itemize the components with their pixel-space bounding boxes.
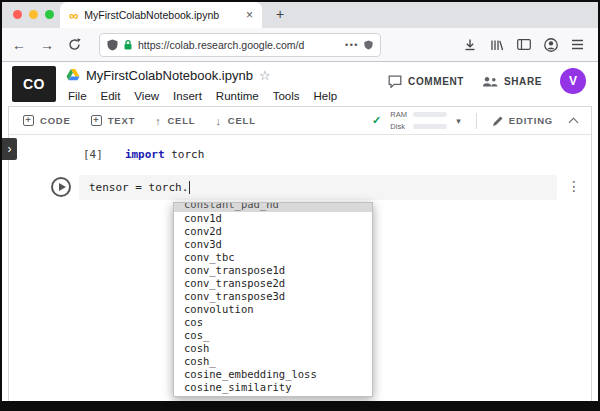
header-actions: COMMENT SHARE V bbox=[388, 68, 586, 94]
library-icon[interactable] bbox=[490, 39, 504, 51]
add-text-button[interactable]: + TEXT bbox=[91, 115, 135, 126]
notebook-title-row: MyFirstColabNotebook.ipynb ☆ bbox=[66, 66, 271, 84]
browser-tab[interactable]: ∞ MyFirstColabNotebook.ipynb × bbox=[60, 2, 262, 28]
pencil-icon bbox=[492, 115, 503, 127]
cell-down-button[interactable]: ↓ CELL bbox=[215, 115, 255, 127]
close-tab-icon[interactable]: × bbox=[246, 8, 253, 22]
notebook-panel: + CODE + TEXT ↑ CELL ↓ CELL ✓ RAM bbox=[8, 106, 592, 402]
menu-item-insert[interactable]: Insert bbox=[166, 88, 209, 104]
add-text-icon: + bbox=[91, 115, 102, 126]
autocomplete-item[interactable]: conv2d bbox=[174, 225, 372, 238]
menu-item-help[interactable]: Help bbox=[307, 88, 345, 104]
notebook-toolbar: + CODE + TEXT ↑ CELL ↓ CELL ✓ RAM bbox=[9, 107, 591, 135]
menu-item-tools[interactable]: Tools bbox=[266, 88, 307, 104]
cell-up-button[interactable]: ↑ CELL bbox=[155, 115, 195, 127]
comment-label: COMMENT bbox=[408, 76, 464, 87]
url-bar[interactable]: https://colab.research.google.com/d ••• bbox=[99, 33, 381, 57]
code-keyword: import bbox=[125, 148, 165, 161]
add-code-button[interactable]: + CODE bbox=[23, 115, 71, 126]
notebook-title[interactable]: MyFirstColabNotebook.ipynb bbox=[86, 68, 253, 83]
autocomplete-item-clipped[interactable]: constant_pad_nd bbox=[174, 203, 372, 212]
share-icon bbox=[482, 76, 498, 87]
add-text-label: TEXT bbox=[108, 115, 135, 126]
disk-meter-row: Disk bbox=[390, 122, 447, 131]
url-text[interactable]: https://colab.research.google.com/d bbox=[138, 39, 340, 51]
autocomplete-item[interactable]: conv_transpose2d bbox=[174, 277, 372, 290]
code-cell-1[interactable]: [4] import torch bbox=[83, 148, 204, 161]
disk-label: Disk bbox=[390, 122, 408, 131]
disk-usage-bar bbox=[413, 124, 447, 129]
avatar[interactable]: V bbox=[560, 68, 586, 94]
lock-icon[interactable] bbox=[123, 39, 133, 51]
account-icon[interactable] bbox=[544, 38, 558, 52]
menu-bar: File Edit View Insert Runtime Tools Help bbox=[61, 88, 344, 104]
colab-favicon-icon: ∞ bbox=[69, 9, 78, 22]
ram-meter-row: RAM bbox=[390, 110, 447, 119]
autocomplete-item[interactable]: conv_transpose1d bbox=[174, 264, 372, 277]
back-icon[interactable]: ← bbox=[12, 38, 26, 52]
autocomplete-item[interactable]: conv3d bbox=[174, 238, 372, 251]
add-code-label: CODE bbox=[40, 115, 71, 126]
comment-button[interactable]: COMMENT bbox=[388, 75, 464, 88]
tab-title: MyFirstColabNotebook.ipynb bbox=[84, 9, 240, 21]
downloads-icon[interactable] bbox=[463, 38, 477, 51]
autocomplete-item[interactable]: cosine_embedding_loss bbox=[174, 368, 372, 381]
collapse-header-icon[interactable] bbox=[569, 117, 579, 127]
colab-logo[interactable]: CO bbox=[12, 66, 56, 102]
cell-options-icon[interactable]: ⋮ bbox=[567, 178, 581, 194]
code-cell-2[interactable]: tensor = torch. bbox=[79, 175, 557, 200]
zoom-window-button[interactable] bbox=[45, 10, 54, 19]
autocomplete-item[interactable]: conv_tbc bbox=[174, 251, 372, 264]
share-label: SHARE bbox=[504, 76, 542, 87]
run-cell-button[interactable] bbox=[51, 177, 71, 197]
minimize-window-button[interactable] bbox=[29, 10, 38, 19]
tab-bar: ∞ MyFirstColabNotebook.ipynb × + bbox=[2, 2, 598, 28]
menu-item-edit[interactable]: Edit bbox=[94, 88, 128, 104]
new-tab-button[interactable]: + bbox=[276, 6, 284, 22]
menu-item-file[interactable]: File bbox=[61, 88, 94, 104]
autocomplete-item[interactable]: cos_ bbox=[174, 329, 372, 342]
add-code-icon: + bbox=[23, 115, 34, 126]
cell-down-label: CELL bbox=[228, 115, 256, 126]
autocomplete-item[interactable]: cosh_ bbox=[174, 355, 372, 368]
navbar-right-icons bbox=[463, 38, 588, 52]
arrow-down-icon: ↓ bbox=[215, 115, 221, 127]
ram-label: RAM bbox=[390, 110, 408, 119]
cell-up-label: CELL bbox=[167, 115, 195, 126]
editing-mode-button[interactable]: EDITING bbox=[492, 115, 553, 127]
execution-count: [4] bbox=[83, 148, 103, 161]
browser-navbar: ← → https://colab.research.google.com/d … bbox=[2, 28, 598, 62]
menu-item-runtime[interactable]: Runtime bbox=[209, 88, 266, 104]
browser-window: ∞ MyFirstColabNotebook.ipynb × + ← → htt… bbox=[0, 0, 600, 411]
window-bottom-edge bbox=[2, 401, 598, 409]
reload-icon[interactable] bbox=[68, 38, 81, 51]
star-icon[interactable]: ☆ bbox=[259, 68, 271, 83]
autocomplete-item[interactable]: conv_transpose3d bbox=[174, 290, 372, 303]
permissions-shield-icon[interactable] bbox=[364, 40, 373, 50]
toolbar-divider bbox=[476, 113, 477, 129]
share-button[interactable]: SHARE bbox=[482, 76, 542, 87]
forward-icon[interactable]: → bbox=[40, 38, 54, 52]
autocomplete-item[interactable]: convolution bbox=[174, 303, 372, 316]
close-window-button[interactable] bbox=[13, 10, 22, 19]
drive-icon[interactable] bbox=[66, 69, 80, 81]
arrow-up-icon: ↑ bbox=[155, 115, 161, 127]
resource-meter[interactable]: RAM Disk bbox=[390, 110, 447, 131]
sidebar-toggle-icon[interactable] bbox=[517, 39, 531, 50]
cell2-code[interactable]: tensor = torch. bbox=[89, 181, 188, 194]
play-icon bbox=[59, 183, 66, 191]
cell1-code[interactable]: import torch bbox=[125, 148, 205, 161]
tracking-shield-icon[interactable] bbox=[107, 39, 118, 51]
autocomplete-item[interactable]: cosh bbox=[174, 342, 372, 355]
autocomplete-item[interactable]: cosine_similarity bbox=[174, 381, 372, 394]
sidebar-expand-tab[interactable]: › bbox=[2, 138, 17, 160]
autocomplete-item[interactable]: cos bbox=[174, 316, 372, 329]
resources-caret-down-icon[interactable]: ▾ bbox=[456, 116, 461, 126]
page-actions-icon[interactable]: ••• bbox=[345, 40, 359, 50]
menu-item-view[interactable]: View bbox=[127, 88, 166, 104]
text-cursor bbox=[189, 181, 190, 194]
autocomplete-dropdown: constant_pad_nd conv1d conv2d conv3d con… bbox=[173, 202, 373, 397]
toolbar-right: ✓ RAM Disk ▾ EDIT bbox=[372, 110, 577, 131]
hamburger-menu-icon[interactable] bbox=[571, 39, 584, 50]
autocomplete-item[interactable]: conv1d bbox=[174, 212, 372, 225]
